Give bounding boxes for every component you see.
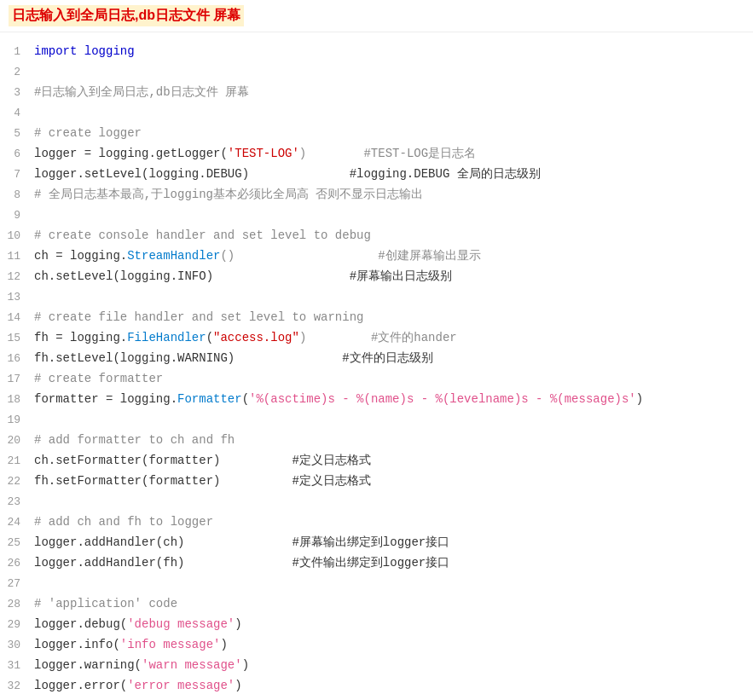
table-row: 9 [0,205,753,225]
line-content: formatter = logging.Formatter('%(asctime… [34,390,753,408]
code-token: ) #TEST-LOG是日志名 [299,147,476,160]
code-token: Formatter [177,392,242,406]
line-number: 28 [0,598,34,610]
code-token: ) #文件的hander [299,331,457,344]
table-row: 18formatter = logging.Formatter('%(ascti… [0,389,753,409]
line-content: logger.warning('warn message') [34,656,753,674]
table-row: 30logger.info('info message') [0,634,753,655]
code-token: #日志输入到全局日志,db日志文件 屏幕 [34,85,249,99]
line-content: # add formatter to ch and fh [34,431,753,449]
line-content: # 'application' code [34,594,753,613]
line-content: # create logger [34,124,753,142]
code-token: import logging [34,44,135,58]
code-token: ) [235,679,241,692]
line-content: ch.setLevel(logging.INFO) #屏幕输出日志级别 [34,267,753,286]
code-token: logger.addHandler(fh) #文件输出绑定到logger接口 [34,556,449,570]
line-content: logger.error('error message') [34,676,753,695]
code-token: 'error message' [127,679,235,692]
table-row: 28# 'application' code [0,593,753,614]
code-token: ( [206,331,213,344]
code-token: StreamHandler [127,249,220,263]
table-row: 32logger.error('error message') [0,675,753,696]
line-number: 30 [0,639,34,651]
code-token: # create logger [34,126,142,140]
line-content: ch = logging.StreamHandler() #创建屏幕输出显示 [34,246,753,265]
table-row: 6logger = logging.getLogger('TEST-LOG') … [0,143,753,164]
code-token: logger = logging.getLogger( [34,147,228,160]
table-row: 11ch = logging.StreamHandler() #创建屏幕输出显示 [0,246,753,266]
line-content: fh = logging.FileHandler("access.log") #… [34,328,753,347]
table-row: 31logger.warning('warn message') [0,655,753,675]
line-content: # 全局日志基本最高,于logging基本必须比全局高 否则不显示日志输出 [34,185,753,204]
line-number: 23 [0,495,34,508]
line-number: 19 [0,414,34,426]
table-row: 15fh = logging.FileHandler("access.log")… [0,327,753,348]
code-token: # 'application' code [34,597,177,610]
line-number: 17 [0,373,34,385]
table-row: 33logger.critical('critical message') [0,696,753,700]
code-token: 'warn message' [142,658,242,672]
table-row: 10# create console handler and set level… [0,225,753,246]
line-content: logger.info('info message') [34,635,753,654]
line-number: 22 [0,475,34,488]
line-content: #日志输入到全局日志,db日志文件 屏幕 [34,83,753,101]
line-number: 7 [0,168,34,181]
table-row: 27 [0,573,753,593]
code-token: FileHandler [127,331,206,344]
code-token: ch.setFormatter(formatter) #定义日志格式 [34,454,371,467]
line-number: 10 [0,229,34,242]
line-number: 1 [0,45,34,58]
code-token: logger.setLevel(logging.DEBUG) #logging.… [34,167,541,181]
code-token: "access.log" [213,331,299,344]
line-content: # create file handler and set level to w… [34,308,753,327]
line-content [34,574,753,593]
table-row: 2 [0,61,753,82]
table-row: 19 [0,409,753,430]
code-token: () #创建屏幕输出显示 [220,249,480,263]
line-content [34,62,753,81]
line-content: fh.setLevel(logging.WARNING) #文件的日志级别 [34,349,753,367]
table-row: 17# create formatter [0,368,753,389]
code-token: '%(asctime)s - %(name)s - %(levelname)s … [249,392,636,406]
line-content: # create console handler and set level t… [34,226,753,245]
table-row: 22fh.setFormatter(formatter) #定义日志格式 [0,471,753,491]
code-token: 'info message' [120,638,221,651]
line-number: 26 [0,557,34,570]
page-title: 日志输入到全局日志,db日志文件 屏幕 [9,5,244,26]
line-content [34,103,753,122]
table-row: 4 [0,102,753,123]
line-number: 20 [0,434,34,447]
code-token: ) [235,617,241,631]
table-row: 23 [0,491,753,512]
line-content: logger.debug('debug message') [34,615,753,633]
code-token: 'TEST-LOG' [228,147,299,160]
code-token: # create file handler and set level to w… [34,310,363,324]
line-number: 29 [0,618,34,631]
code-token: fh = logging. [34,331,127,344]
line-number: 12 [0,270,34,283]
code-token: # create formatter [34,372,163,385]
table-row: 3#日志输入到全局日志,db日志文件 屏幕 [0,82,753,102]
title-bar: 日志输入到全局日志,db日志文件 屏幕 [0,0,753,32]
code-token: logger.error( [34,679,127,692]
code-token: # 全局日志基本最高,于logging基本必须比全局高 否则不显示日志输出 [34,188,423,201]
table-row: 24# add ch and fh to logger [0,512,753,532]
table-row: 14# create file handler and set level to… [0,307,753,327]
line-content: fh.setFormatter(formatter) #定义日志格式 [34,471,753,490]
line-number: 9 [0,209,34,222]
code-token: ) [636,392,643,406]
line-number: 13 [0,291,34,304]
line-number: 24 [0,516,34,529]
line-content [34,410,753,429]
code-container: 1import logging2 3#日志输入到全局日志,db日志文件 屏幕4 … [0,32,753,700]
line-content: ch.setFormatter(formatter) #定义日志格式 [34,451,753,470]
table-row: 13 [0,286,753,307]
line-content: import logging [34,42,753,61]
code-token: formatter = logging. [34,392,177,406]
table-row: 21ch.setFormatter(formatter) #定义日志格式 [0,450,753,471]
table-row: 1import logging [0,41,753,61]
line-number: 18 [0,393,34,406]
code-token: ) [220,638,227,651]
code-token: 'debug message' [127,617,235,631]
line-number: 25 [0,536,34,549]
